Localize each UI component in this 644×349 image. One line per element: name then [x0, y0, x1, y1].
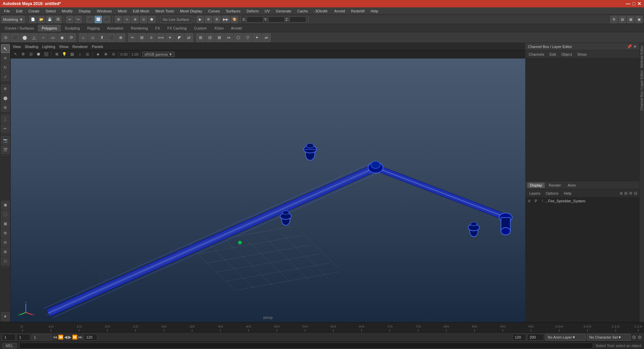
menu-help[interactable]: Help — [368, 8, 381, 14]
tab-animation[interactable]: Animation — [104, 25, 127, 31]
vp-menu-renderer[interactable]: Renderer — [72, 45, 88, 49]
vp-isolate-btn[interactable]: ◈ — [95, 51, 101, 58]
play-back-btn[interactable]: ◀ — [64, 335, 67, 340]
tab-show-ch[interactable]: Show — [576, 52, 588, 57]
flip-icon[interactable]: ⇄ — [184, 33, 193, 42]
fill-hole-icon[interactable]: ⬡ — [234, 33, 243, 42]
wedge-icon[interactable]: ◤ — [175, 33, 184, 42]
channel-box-close-btn[interactable]: ✕ — [633, 44, 637, 49]
snap-surface-button[interactable]: ⬟ — [148, 16, 156, 23]
select-tool[interactable]: ↖ — [1, 44, 10, 53]
menu-file[interactable]: File — [1, 8, 13, 14]
title-bar-controls[interactable]: — □ ✕ — [626, 1, 641, 6]
menu-select[interactable]: Select — [43, 8, 59, 14]
select-mode-button[interactable]: ⬛ — [86, 16, 94, 23]
render-seq-button[interactable]: ▶▶ — [222, 16, 230, 23]
tab-fx-caching[interactable]: FX Caching — [164, 25, 190, 31]
char-set-dropdown[interactable]: No Character Set ▼ — [587, 334, 631, 341]
tab-xgen[interactable]: XGen — [211, 25, 227, 31]
reduce-icon[interactable]: ▽ — [243, 33, 252, 42]
cylinder-icon[interactable]: ⬤ — [20, 33, 29, 42]
vp-frame-all-btn[interactable]: ⊡ — [28, 51, 34, 58]
tab-object-ch[interactable]: Object — [560, 52, 573, 57]
sphere-icon[interactable]: ⊙ — [1, 33, 10, 42]
menu-create[interactable]: Create — [26, 8, 42, 14]
layer-visible-btn[interactable]: V — [528, 199, 533, 203]
layer-new-btn[interactable]: ⊕ — [620, 191, 623, 196]
render-icon[interactable]: 🎬 — [1, 145, 10, 154]
separate-icon[interactable]: ⊟ — [206, 33, 214, 42]
tab-rigging[interactable]: Rigging — [84, 25, 103, 31]
step-forward-btn[interactable]: ⏩ — [72, 335, 77, 340]
universal-manip[interactable]: ⊕ — [1, 84, 10, 93]
layout3-button[interactable]: ▣ — [635, 16, 643, 23]
layout2-button[interactable]: ▦ — [627, 16, 634, 23]
paint-tool[interactable]: ✏ — [1, 124, 10, 133]
vp-menu-show[interactable]: Show — [59, 45, 69, 49]
minimize-button[interactable]: — — [626, 1, 631, 6]
channel-box-pin-btn[interactable]: 📌 — [627, 44, 632, 49]
sub-tab-options[interactable]: Options — [544, 191, 560, 196]
layout-custom1[interactable]: ⊞ — [1, 229, 10, 238]
sub-tab-help[interactable]: Help — [562, 191, 574, 196]
gamma-label[interactable]: sRGB gamma ▼ — [142, 52, 175, 57]
snap-point-button[interactable]: ⊕ — [131, 16, 139, 23]
anim-end-field[interactable]: 200 — [527, 334, 544, 341]
workspace-dropdown[interactable]: Modeling ▼ — [1, 16, 25, 23]
layer-reference-btn[interactable]: P — [535, 199, 540, 203]
menu-deform[interactable]: Deform — [244, 8, 261, 14]
boolean-icon[interactable]: ⊕ — [116, 33, 125, 42]
tab-sculpting[interactable]: Sculpting — [61, 25, 83, 31]
bevel-icon[interactable]: ◇ — [88, 33, 97, 42]
tab-render[interactable]: Render — [546, 183, 564, 188]
lasso-select-button[interactable]: ⬜ — [95, 16, 102, 23]
multicut-icon[interactable]: ✂ — [128, 33, 137, 42]
command-line-input[interactable] — [19, 343, 593, 349]
anim-layer-dropdown[interactable]: No Anim Layer ▼ — [545, 334, 586, 341]
vp-menu-lighting[interactable]: Lighting — [42, 45, 55, 49]
transfer-icon[interactable]: ⇌ — [262, 33, 271, 42]
new-scene-button[interactable]: 📄 — [29, 16, 37, 23]
save-as-button[interactable]: 🖫 — [54, 16, 62, 23]
cone-icon[interactable]: △ — [30, 33, 38, 42]
viewport-canvas[interactable]: persp Y X Z — [11, 58, 525, 322]
frame-start-field[interactable]: 1 — [2, 334, 15, 341]
redo-button[interactable]: ↪ — [74, 16, 82, 23]
tab-custom[interactable]: Custom — [191, 25, 210, 31]
menu-edit-mesh[interactable]: Edit Mesh — [130, 8, 152, 14]
menu-uv[interactable]: UV — [262, 8, 272, 14]
extract-icon[interactable]: ⊠ — [215, 33, 224, 42]
save-scene-button[interactable]: 💾 — [46, 16, 53, 23]
menu-modify[interactable]: Modify — [59, 8, 75, 14]
vp-wire-btn[interactable]: ⬟ — [35, 51, 42, 58]
menu-edit[interactable]: Edit — [13, 8, 25, 14]
tab-rendering[interactable]: Rendering — [127, 25, 151, 31]
layout-four[interactable]: ▦ — [1, 219, 10, 228]
paint-select-button[interactable]: ⬛ — [103, 16, 110, 23]
menu-surfaces[interactable]: Surfaces — [223, 8, 243, 14]
bridge-icon[interactable]: ⬛ — [107, 33, 116, 42]
tab-anim[interactable]: Anim — [565, 183, 579, 188]
layer-settings-btn[interactable]: ⚙ — [629, 191, 633, 196]
torus-icon[interactable]: ○ — [39, 33, 48, 42]
extrude-icon[interactable]: ⬆ — [98, 33, 106, 42]
vp-menu-shading[interactable]: Shading — [25, 45, 38, 49]
close-button[interactable]: ✕ — [637, 1, 641, 6]
tab-display[interactable]: Display — [527, 183, 545, 188]
display-render-button[interactable]: 🎨 — [231, 16, 238, 23]
render-settings-button[interactable]: ⚙ — [213, 16, 221, 23]
frame-current-field[interactable]: 1 — [17, 334, 30, 341]
anim-prefs-btn[interactable]: ⚙ — [632, 335, 636, 340]
layout-custom4[interactable]: ⬡ — [1, 257, 10, 266]
x-input[interactable] — [247, 16, 263, 22]
snap-view-button[interactable]: ⊙ — [140, 16, 147, 23]
vp-smooth-btn[interactable]: ⬛ — [43, 51, 50, 58]
snap-grid-button[interactable]: ⊞ — [115, 16, 122, 23]
menu-display[interactable]: Display — [76, 8, 94, 14]
vp-dof-btn[interactable]: ◎ — [84, 51, 91, 58]
render-current-button[interactable]: ▶ — [197, 16, 204, 23]
camera-icon[interactable]: 📷 — [1, 136, 10, 145]
unknown-tool[interactable]: ▼ — [1, 312, 10, 321]
undo-button[interactable]: ↩ — [66, 16, 73, 23]
offsetedge-icon[interactable]: ≡ — [147, 33, 156, 42]
